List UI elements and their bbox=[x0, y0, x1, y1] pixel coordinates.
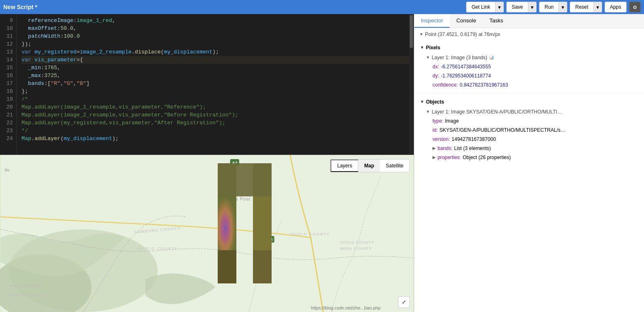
svg-text:LAIKIPIA COUNTY: LAIKIPIA COUNTY bbox=[9, 293, 46, 297]
code-line: bands:["R","G","B"] bbox=[22, 80, 409, 87]
obj-layer1-toggle[interactable]: ▼ bbox=[426, 108, 430, 116]
svg-text:ISIOLO COUNTY: ISIOLO COUNTY bbox=[138, 247, 177, 251]
confidence-row: confidence: 0.8427823781967163 bbox=[431, 80, 641, 89]
bands-row: ▶ bands: List (3 elements) bbox=[431, 144, 641, 153]
obj-layer1-label: Layer 1: Image SKYSAT/GEN-A/PUBLIC/ORTHO… bbox=[432, 108, 562, 116]
code-line: Map.addLayer(my_registered,vis_parameter… bbox=[22, 119, 409, 127]
map-view-button[interactable]: Map bbox=[358, 160, 380, 172]
code-line: }; bbox=[22, 87, 409, 95]
svg-text:ISIOLO COUNTY: ISIOLO COUNTY bbox=[340, 240, 374, 244]
svg-text:ito: ito bbox=[5, 167, 10, 172]
dy-row: dy: -1.7629534006118774 bbox=[431, 71, 641, 80]
apps-button[interactable]: Apps bbox=[605, 2, 627, 12]
get-link-arrow[interactable]: ▾ bbox=[496, 2, 504, 12]
top-bar: New Script * Get Link ▾ Save ▾ Run ▾ Res… bbox=[0, 0, 644, 14]
objects-header[interactable]: ▼ Objects bbox=[418, 97, 641, 107]
get-link-button[interactable]: Get Link bbox=[466, 2, 496, 12]
run-group: Run ▾ bbox=[539, 2, 567, 12]
reset-arrow[interactable]: ▾ bbox=[594, 2, 602, 12]
run-arrow[interactable]: ▾ bbox=[559, 2, 567, 12]
version-row: version: 1494278167387000 bbox=[431, 135, 641, 144]
displacement-overlay bbox=[216, 163, 274, 283]
code-line: */ bbox=[22, 127, 409, 135]
reset-button[interactable]: Reset bbox=[570, 2, 593, 12]
svg-text:ISIOLO COUNTY: ISIOLO COUNTY bbox=[290, 232, 330, 236]
code-editor[interactable]: 9 10 11 12 13 14 15 16 17 18 19 20 21 22… bbox=[0, 14, 414, 155]
layer1-toggle[interactable]: ▼ bbox=[426, 53, 430, 62]
objects-toggle-arrow: ▼ bbox=[420, 98, 424, 106]
settings-button[interactable]: ⚙ bbox=[629, 2, 641, 12]
map-svg: A2 A2 Archers Post SAMBURU COUNTY ISIOLO… bbox=[0, 155, 414, 312]
tab-tasks[interactable]: Tasks bbox=[483, 14, 510, 28]
main-layout: 9 10 11 12 13 14 15 16 17 18 19 20 21 22… bbox=[0, 14, 644, 312]
bands-value: List (3 elements) bbox=[454, 144, 491, 152]
run-button[interactable]: Run bbox=[539, 2, 559, 12]
svg-rect-23 bbox=[253, 250, 272, 283]
code-content[interactable]: referenceImage:image_1_red, maxOffset:50… bbox=[17, 14, 414, 155]
pixels-values: dx: -6.2756147384643555 dy: -1.762953400… bbox=[424, 62, 641, 89]
chart-icon: 📊 bbox=[489, 53, 494, 62]
editor-scrollbar[interactable] bbox=[409, 14, 414, 155]
get-link-group: Get Link ▾ bbox=[466, 2, 504, 12]
map-area[interactable]: A2 A2 Archers Post SAMBURU COUNTY ISIOLO… bbox=[0, 155, 414, 312]
layers-button[interactable]: Layers bbox=[331, 160, 358, 172]
code-line: _min:1765, bbox=[22, 64, 409, 72]
obj-layer1-row: ▼ Layer 1: Image SKYSAT/GEN-A/PUBLIC/ORT… bbox=[424, 107, 641, 116]
divider bbox=[414, 93, 644, 93]
code-line: Map.addLayer(image_1_resample,vis_parame… bbox=[22, 103, 409, 111]
save-button[interactable]: Save bbox=[506, 2, 528, 12]
objects-values: type: Image id: SKYSAT/GEN-A/PUBLIC/ORTH… bbox=[424, 116, 641, 162]
dy-label: dy: bbox=[433, 72, 439, 80]
objects-content: ▼ Layer 1: Image SKYSAT/GEN-A/PUBLIC/ORT… bbox=[418, 107, 641, 162]
script-title: New Script * bbox=[3, 4, 464, 10]
type-row: type: Image bbox=[431, 116, 641, 126]
objects-label: Objects bbox=[426, 98, 444, 106]
svg-text:MERU COUNTY: MERU COUNTY bbox=[340, 247, 372, 251]
point-label: Point (37.4521, 0.6179) at 76m/px bbox=[425, 30, 500, 39]
fullscreen-button[interactable]: ⤢ bbox=[398, 296, 410, 308]
inspector-content: ▼ Point (37.4521, 0.6179) at 76m/px ▼ Pi… bbox=[414, 28, 644, 312]
properties-row: ▶ properties: Object (26 properties) bbox=[431, 153, 641, 162]
properties-value: Object (26 properties) bbox=[463, 153, 511, 162]
reset-group: Reset ▾ bbox=[570, 2, 602, 12]
point-row: ▼ Point (37.4521, 0.6179) at 76m/px bbox=[418, 30, 641, 39]
svg-rect-21 bbox=[218, 196, 236, 250]
point-toggle[interactable]: ▼ bbox=[419, 30, 423, 39]
svg-rect-22 bbox=[218, 250, 236, 283]
version-label: version: bbox=[433, 135, 450, 143]
pixels-section: ▼ Pixels ▼ Layer 1: Image (3 bands) 📊 dx… bbox=[414, 41, 644, 91]
code-line: _max:3725, bbox=[22, 72, 409, 80]
right-tabs: Inspector Console Tasks bbox=[414, 14, 644, 28]
tab-inspector[interactable]: Inspector bbox=[414, 14, 450, 28]
type-label: type: bbox=[433, 117, 443, 125]
code-line: Map.addLayer(my_displacement); bbox=[22, 135, 409, 143]
save-arrow[interactable]: ▾ bbox=[528, 2, 537, 12]
code-line: var my_registered=image_2_resample.displ… bbox=[22, 48, 409, 56]
pixels-label: Pixels bbox=[426, 44, 440, 52]
satellite-button[interactable]: Satellite bbox=[380, 160, 409, 172]
editor-scrollbar-thumb bbox=[410, 15, 413, 48]
tab-console[interactable]: Console bbox=[450, 14, 483, 28]
id-value: SKYSAT/GEN-A/PUBLIC/ORTHO/MULTISPECTRAL/… bbox=[440, 126, 566, 134]
code-line: /* bbox=[22, 95, 409, 103]
svg-text:ISIOLO COUNTY: ISIOLO COUNTY bbox=[9, 284, 43, 288]
bands-label: bands: bbox=[437, 144, 452, 152]
pixels-header[interactable]: ▼ Pixels bbox=[418, 42, 641, 53]
bands-toggle[interactable]: ▶ bbox=[433, 144, 436, 152]
svg-rect-20 bbox=[253, 196, 272, 250]
confidence-label: confidence: bbox=[433, 81, 458, 89]
left-panel: 9 10 11 12 13 14 15 16 17 18 19 20 21 22… bbox=[0, 14, 414, 312]
properties-toggle[interactable]: ▶ bbox=[433, 153, 436, 162]
dy-value: -1.7629534006118774 bbox=[441, 72, 491, 80]
line-numbers: 9 10 11 12 13 14 15 16 17 18 19 20 21 22… bbox=[0, 14, 17, 155]
layer1-label: Layer 1: Image (3 bands) bbox=[432, 53, 487, 62]
objects-section: ▼ Objects ▼ Layer 1: Image SKYSAT/GEN-A/… bbox=[414, 95, 644, 164]
save-group: Save ▾ bbox=[506, 2, 537, 12]
version-value: 1494278167387000 bbox=[452, 135, 496, 143]
map-controls: Layers Map Satellite bbox=[330, 159, 410, 172]
svg-rect-18 bbox=[218, 163, 272, 196]
code-line: var vis_parameter={ bbox=[22, 56, 409, 64]
dx-value: -6.2756147384643555 bbox=[441, 63, 491, 71]
layer1-row: ▼ Layer 1: Image (3 bands) 📊 bbox=[424, 53, 641, 62]
properties-label: properties: bbox=[437, 153, 461, 162]
